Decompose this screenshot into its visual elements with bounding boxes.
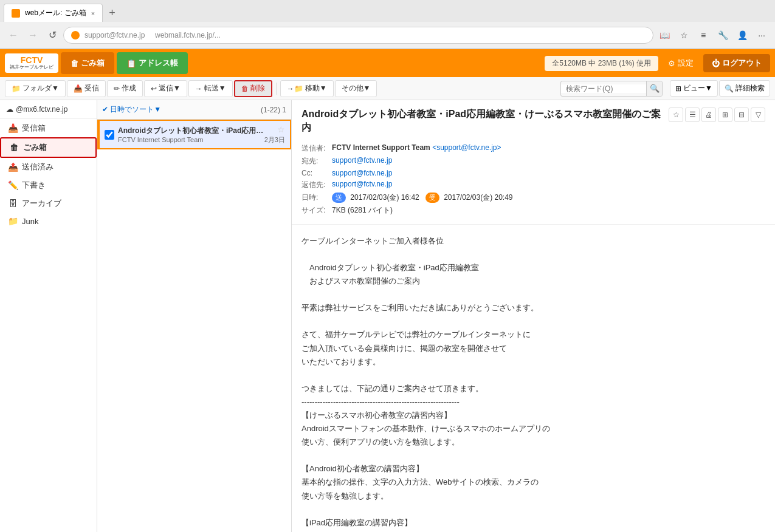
sidebar-archive-label: アーカイブ	[22, 198, 61, 209]
detail-search-icon: 🔍	[725, 84, 734, 93]
size-value: 7KB (6281 バイト)	[332, 204, 765, 217]
email-star[interactable]: ☆	[277, 124, 285, 134]
junk-icon: 📁	[7, 216, 18, 226]
window-action-button[interactable]: ⊞	[718, 107, 732, 122]
archive-icon: 🗄	[7, 199, 18, 208]
draft-icon: ✏️	[7, 180, 18, 190]
email-body: ケーブルインターネットご加入者様各位 Androidタブレット初心者教室・iPa…	[292, 225, 775, 532]
sidebar-item-draft[interactable]: ✏️ 下書き	[0, 176, 97, 194]
delete-button[interactable]: 🗑 削除	[234, 80, 272, 97]
email-item[interactable]: Androidタブレット初心者教室・iPad応用… FCTV Internet …	[97, 120, 291, 149]
view-label: ビュー▼	[683, 83, 712, 94]
cloud-icon: ☁	[6, 105, 13, 114]
search-button[interactable]: 🔍	[646, 81, 662, 97]
body-line: ----------------------------------------…	[301, 395, 765, 409]
settings-gear-icon: ⚙	[668, 59, 675, 68]
reply-button[interactable]: ↩ 返信▼	[144, 80, 187, 97]
browser-chrome: webメール: ごみ箱 × + ← → ↺ support@fctv.ne.jp…	[0, 0, 775, 49]
browser-right-icons: 📖 ☆ ≡ 🔧 👤 ···	[656, 27, 770, 44]
move-icon: →📁	[287, 84, 303, 93]
body-line: 基本的な指の操作、文字の入力方法、Webサイトの検索、カメラの	[301, 476, 765, 489]
reply-label: 返信先:	[301, 179, 332, 191]
view-button[interactable]: ⊞ ビュー▼	[670, 80, 718, 97]
email-detail-header: ☆ ☰ 🖨 ⊞ ⊟ ▽ Androidタブレット初心者教室・iPad応用編教室・…	[292, 100, 775, 225]
trash-tab[interactable]: 🗑 ごみ箱	[61, 52, 114, 74]
sort-button[interactable]: ✔ 日時でソート▼	[102, 104, 161, 115]
new-tab-button[interactable]: +	[105, 7, 119, 19]
list-action-button[interactable]: ☰	[685, 107, 700, 122]
body-line: Androidタブレット初心者教室・iPad応用編教室	[301, 261, 765, 275]
to-email[interactable]: support@fctv.ne.jp	[332, 156, 392, 165]
addressbook-icon: 📋	[126, 59, 136, 68]
sidebar-item-inbox[interactable]: 📥 受信箱	[0, 119, 97, 137]
collapse-action-button[interactable]: ▽	[751, 107, 765, 122]
email-checkbox[interactable]	[105, 130, 114, 140]
email-date: 2月3日	[264, 135, 285, 145]
toolbar: 📁 フォルダ▼ 📥 受信 ✏ 作成 ↩ 返信▼ → 転送▼ 🗑 削除 →📁 移動…	[0, 77, 775, 100]
sidebar-item-archive[interactable]: 🗄 アーカイブ	[0, 194, 97, 213]
from-row: 送信者: FCTV Internet Support Team <support…	[301, 142, 765, 155]
addressbook-tab[interactable]: 📋 アドレス帳	[117, 52, 188, 74]
more-button[interactable]: ···	[753, 27, 770, 44]
settings-label: 設定	[678, 58, 694, 69]
storage-info: 全5120MB 中 23MB (1%) 使用	[545, 56, 658, 71]
detail-search-button[interactable]: 🔍 詳細検索	[719, 80, 770, 97]
detail-action-buttons: ☆ ☰ 🖨 ⊞ ⊟ ▽	[669, 107, 765, 122]
expand-action-button[interactable]: ⊟	[734, 107, 749, 122]
reply-label: 返信▼	[159, 83, 181, 94]
sidebar-item-trash[interactable]: 🗑 ごみ箱	[0, 137, 97, 158]
star-action-button[interactable]: ☆	[669, 107, 683, 122]
tab-title: webメール: ごみ箱	[25, 8, 86, 18]
sidebar-item-junk[interactable]: 📁 Junk	[0, 213, 97, 230]
to-value: support@fctv.ne.jp	[332, 155, 765, 168]
body-line: およびスマホ教室開催のご案内	[301, 275, 765, 288]
back-button[interactable]: ←	[5, 27, 22, 44]
other-button[interactable]: その他▼	[335, 80, 377, 97]
body-line: 使い方、便利アプリの使い方を勉強します。	[301, 435, 765, 449]
reader-view-button[interactable]: 📖	[656, 27, 673, 44]
from-email[interactable]: <support@fctv.ne.jp>	[432, 143, 501, 152]
logout-label: ログアウト	[722, 58, 762, 69]
trash-folder-icon: 🗑	[9, 143, 19, 152]
sidebar-inbox-label: 受信箱	[22, 123, 46, 134]
browser-menu-button[interactable]: ≡	[695, 27, 712, 44]
extensions-button[interactable]: 🔧	[714, 27, 731, 44]
profile-button[interactable]: 👤	[734, 27, 751, 44]
reply-email[interactable]: support@fctv.ne.jp	[332, 180, 392, 188]
folder-button[interactable]: 📁 フォルダ▼	[5, 80, 66, 97]
email-meta-table: 送信者: FCTV Internet Support Team <support…	[301, 142, 765, 217]
cc-row: Cc: support@fctv.ne.jp	[301, 168, 765, 179]
detail-search-label: 詳細検索	[735, 83, 765, 94]
forward-button[interactable]: →	[24, 27, 41, 44]
search-input[interactable]	[561, 84, 646, 93]
body-line: 【Android初心者教室の講習内容】	[301, 462, 765, 476]
tab-bar: webメール: ごみ箱 × +	[0, 0, 775, 22]
logo-company: 福井ケーブルテレビ	[10, 65, 53, 70]
sidebar-trash-label: ごみ箱	[23, 142, 47, 153]
compose-button[interactable]: ✏ 作成	[107, 80, 143, 97]
refresh-button[interactable]: ↺	[44, 27, 61, 44]
sidebar-item-sent[interactable]: 📤 送信済み	[0, 158, 97, 176]
settings-button[interactable]: ⚙ 設定	[661, 55, 701, 71]
sidebar-draft-label: 下書き	[22, 180, 46, 191]
body-line: 【iPad応用編教室の講習内容】	[301, 516, 765, 530]
body-line	[301, 315, 765, 328]
move-button[interactable]: →📁 移動▼	[280, 80, 334, 97]
tab-close-button[interactable]: ×	[91, 10, 95, 17]
body-line: 【けーぶるスマホ初心者教室の講習内容】	[301, 409, 765, 422]
to-label: 宛先:	[301, 155, 332, 168]
view-grid-icon: ⊞	[675, 84, 681, 93]
address-bar[interactable]: support@fctv.ne.jp webmail.fctv.ne.jp/..…	[63, 27, 653, 44]
reply-value: support@fctv.ne.jp	[332, 179, 765, 191]
print-action-button[interactable]: 🖨	[701, 107, 716, 122]
forward-button[interactable]: → 転送▼	[188, 80, 233, 97]
folder-label: フォルダ▼	[22, 83, 59, 94]
cc-email[interactable]: support@fctv.ne.jp	[332, 169, 392, 177]
bookmark-button[interactable]: ☆	[675, 27, 692, 44]
receive-button[interactable]: 📥 受信	[67, 80, 106, 97]
email-count: (1-22) 1	[261, 106, 286, 114]
from-name: FCTV Internet Support Team	[332, 143, 430, 152]
active-tab[interactable]: webメール: ごみ箱 ×	[4, 4, 103, 22]
forward-icon: →	[195, 84, 202, 93]
logout-button[interactable]: ⏻ ログアウト	[703, 54, 770, 72]
